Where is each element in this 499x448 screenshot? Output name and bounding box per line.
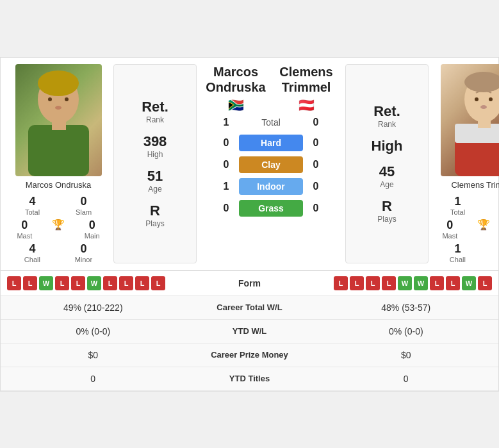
svg-rect-11 (478, 118, 491, 128)
stat-center-label: YTD Titles (179, 374, 320, 383)
form-badge: L (135, 276, 149, 290)
form-badge: W (414, 276, 428, 290)
player1-high-val: 398 (143, 133, 167, 150)
player2-rank-val: Ret. (373, 103, 400, 120)
total-label: Total (239, 117, 303, 128)
grass-btn[interactable]: Grass (239, 200, 303, 217)
player2-stats-box: 1 Total 0 Slam 0 Mast 🏆 (432, 195, 499, 263)
form-badge: L (478, 276, 492, 290)
form-badge: L (119, 276, 133, 290)
form-row: LLWLLWLLLL Form LLLLWWLLWL (1, 271, 498, 296)
hard-btn[interactable]: Hard (239, 135, 303, 151)
form-badge: L (446, 276, 460, 290)
player1-main-val: 0 (89, 219, 95, 232)
player1-card: Marcos Ondruska 4 Total 0 Slam 0 Mast (7, 64, 110, 263)
stats-row: 0YTD Titles0 (1, 367, 498, 391)
svg-point-12 (475, 97, 479, 101)
form-badge: L (55, 276, 69, 290)
main-container: Marcos Ondruska 4 Total 0 Slam 0 Mast (0, 57, 499, 392)
surface-section: 1 Total 0 0 Hard 0 0 Clay 0 (200, 117, 341, 217)
player2-name-label: Clemens Trimmel (451, 180, 499, 190)
names-row: Marcos Ondruska 🇿🇦 Clemens Trimmel 🇦🇹 (200, 64, 341, 117)
stat-val-left: 0 (7, 374, 179, 384)
form-badge: L (382, 276, 396, 290)
player1-rank-val: Ret. (142, 99, 168, 115)
player1-age-label: Age (148, 185, 161, 194)
form-badge: L (334, 276, 348, 290)
player2-plays-label: Plays (377, 215, 396, 224)
form-badge: L (103, 276, 117, 290)
indoor-row: 1 Indoor 0 (200, 178, 341, 195)
player2-mast-val: 0 (446, 219, 453, 232)
form-badge: W (462, 276, 476, 290)
player2-total-label: Total (450, 208, 465, 216)
stats-rows-container: 49% (210-222)Career Total W/L48% (53-57)… (1, 296, 498, 391)
player1-plays-val: R (150, 203, 160, 219)
player2-chall-label: Chall (450, 256, 466, 263)
indoor-score1: 1 (218, 181, 234, 192)
svg-rect-2 (28, 125, 89, 176)
player1-total-val: 4 (29, 195, 36, 208)
total-score2: 0 (308, 117, 323, 128)
player2-trophy-icon: 🏆 (477, 219, 490, 231)
form-badge: L (366, 276, 380, 290)
hard-score1: 0 (218, 137, 234, 149)
svg-point-4 (48, 97, 52, 101)
player1-slam-label: Slam (76, 208, 92, 216)
player1-mast-val: 0 (21, 219, 28, 232)
stat-center-label: Career Total W/L (179, 303, 320, 312)
svg-point-14 (480, 105, 487, 109)
form-badge: L (71, 276, 85, 290)
player1-total-label: Total (25, 208, 40, 216)
stat-val-left: 0% (0-0) (7, 326, 179, 336)
player1-silhouette (15, 64, 102, 176)
player1-age-val: 51 (147, 168, 163, 185)
stat-center-label: Career Prize Money (179, 350, 320, 360)
player2-name-header: Clemens Trimmel (279, 64, 332, 95)
clay-score1: 0 (218, 159, 234, 170)
stat-val-left: 49% (210-222) (7, 303, 179, 313)
bottom-section: LLWLLWLLLL Form LLLLWWLLWL 49% (210-222)… (1, 270, 498, 391)
player2-age-val: 45 (379, 163, 395, 180)
form-badge: L (151, 276, 165, 290)
player1-trophy-icon: 🏆 (52, 219, 65, 231)
player1-chall-val: 4 (29, 242, 35, 256)
grass-score2: 0 (308, 203, 323, 214)
hard-score2: 0 (308, 137, 323, 149)
player2-age-label: Age (380, 180, 393, 189)
grass-row: 0 Grass 0 (200, 200, 341, 217)
form-label: Form (199, 278, 301, 288)
player2-mast-label: Mast (442, 232, 457, 240)
player1-slam-val: 0 (81, 195, 87, 208)
stat-center-label: YTD W/L (179, 326, 320, 336)
player2-plays-val: R (382, 198, 392, 215)
player1-plays-label: Plays (145, 219, 164, 228)
player2-total-val: 1 (455, 195, 461, 208)
player2-silhouette (441, 64, 500, 176)
player1-name-box: Marcos Ondruska 🇿🇦 (200, 64, 271, 113)
player1-rank-label: Rank (146, 115, 164, 124)
player2-form: LLLLWWLLWL (301, 276, 493, 290)
player2-flag: 🇦🇹 (299, 97, 315, 113)
player1-stats-box: 4 Total 0 Slam 0 Mast 🏆 (7, 195, 110, 263)
form-badge: W (87, 276, 101, 290)
center-area: Marcos Ondruska 🇿🇦 Clemens Trimmel 🇦🇹 (200, 64, 341, 263)
player2-photo (441, 64, 500, 176)
total-score1: 1 (218, 117, 234, 128)
form-badge: L (7, 276, 21, 290)
stat-val-right: 48% (53-57) (320, 303, 493, 313)
player1-photo (15, 64, 102, 176)
player1-flag: 🇿🇦 (228, 97, 244, 113)
svg-rect-10 (455, 124, 500, 143)
player2-card: Clemens Trimmel 1 Total 0 Slam 0 Mast (432, 64, 499, 263)
svg-point-5 (65, 97, 69, 101)
player1-minor-val: 0 (80, 242, 86, 256)
player2-high-val: High (372, 138, 403, 154)
form-badge: W (398, 276, 412, 290)
stat-val-right: 0 (320, 374, 493, 384)
svg-point-1 (38, 71, 79, 96)
indoor-btn[interactable]: Indoor (239, 178, 303, 195)
stat-val-right: 0% (0-0) (320, 326, 493, 336)
player1-chall-label: Chall (24, 256, 40, 263)
clay-btn[interactable]: Clay (239, 156, 303, 173)
